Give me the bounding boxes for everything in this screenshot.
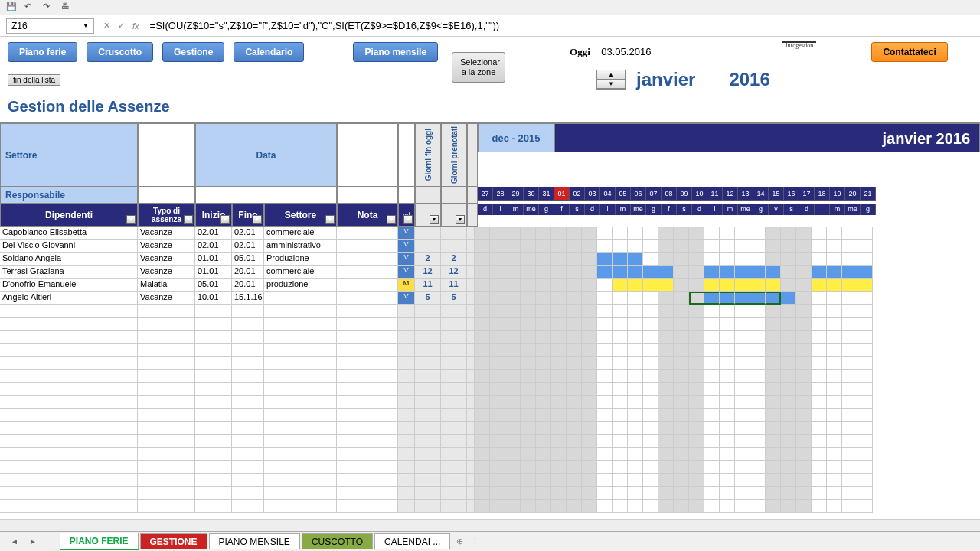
new-sheet-icon[interactable]: ⊕ bbox=[456, 536, 463, 546]
table-row[interactable] bbox=[0, 383, 980, 396]
table-row[interactable] bbox=[0, 409, 980, 422]
table-row[interactable]: Angelo AltieriVacanze10.0115.1.16V55 bbox=[0, 292, 980, 305]
month-label: janvier bbox=[636, 69, 695, 90]
cancel-icon[interactable]: ✕ bbox=[103, 21, 110, 31]
month-spinner[interactable]: ▲ ▼ bbox=[596, 70, 626, 90]
filter-icon[interactable]: ▼ bbox=[253, 215, 262, 224]
day-header: 06 bbox=[631, 187, 646, 201]
day-header: 07 bbox=[646, 187, 662, 201]
tab-piano-ferie[interactable]: PIANO FERIE bbox=[60, 533, 139, 550]
table-row[interactable]: Capobianco ElisabettaVacanze02.0102.01co… bbox=[0, 227, 980, 240]
dow-header: s bbox=[570, 204, 585, 215]
hdr-settore2[interactable]: Settore▼ bbox=[264, 204, 337, 227]
dow-header: f bbox=[662, 204, 677, 215]
table-row[interactable] bbox=[0, 487, 980, 500]
day-header: 14 bbox=[753, 187, 769, 201]
hdr-jan-2016: janvier 2016 bbox=[554, 123, 980, 152]
logo: infogestion bbox=[782, 41, 816, 63]
tab-cuscotto[interactable]: CUSCOTTO bbox=[302, 533, 373, 549]
dow-header: l bbox=[600, 204, 616, 215]
tab-gestione[interactable]: GESTIONE bbox=[140, 533, 207, 549]
table-row[interactable] bbox=[0, 435, 980, 448]
hdr-cd[interactable]: cd▼ bbox=[398, 204, 415, 227]
cruscotto-button[interactable]: Cruscotto bbox=[87, 42, 153, 62]
enter-icon[interactable]: ✓ bbox=[118, 21, 125, 31]
filter-icon[interactable]: ▼ bbox=[184, 215, 193, 224]
hdr-dipendenti[interactable]: Dipendenti▼ bbox=[0, 204, 138, 227]
table-row[interactable] bbox=[0, 344, 980, 357]
table-row[interactable] bbox=[0, 305, 980, 318]
day-header: 11 bbox=[707, 187, 723, 201]
hdr-fino[interactable]: Fino▼ bbox=[232, 204, 264, 227]
cell-reference: Z16 bbox=[11, 21, 28, 31]
spinner-up-icon[interactable]: ▲ bbox=[597, 70, 625, 80]
day-header: 02 bbox=[570, 187, 585, 201]
table-row[interactable] bbox=[0, 331, 980, 344]
dow-header: f bbox=[554, 204, 570, 215]
dow-header: s bbox=[677, 204, 692, 215]
table-row[interactable] bbox=[0, 461, 980, 474]
filter-icon[interactable]: ▼ bbox=[387, 215, 396, 224]
hdr-inizio[interactable]: Inizio▼ bbox=[195, 204, 232, 227]
tab-calendar[interactable]: CALENDAI ... bbox=[374, 533, 450, 549]
calendario-button[interactable]: Calendario bbox=[234, 42, 304, 62]
table-row[interactable] bbox=[0, 318, 980, 331]
tab-nav-prev-icon[interactable]: ► bbox=[24, 536, 41, 547]
fin-della-lista-button[interactable]: fin della lista bbox=[8, 74, 60, 86]
fx-icon[interactable]: fx bbox=[132, 21, 139, 31]
table-row[interactable]: Terrasi GrazianaVacanze01.0120.01commerc… bbox=[0, 266, 980, 279]
piano-ferie-button[interactable]: Piano ferie bbox=[8, 42, 77, 62]
selezionar-zona-button[interactable]: Selezionar a la zone bbox=[452, 52, 505, 83]
table-row[interactable] bbox=[0, 474, 980, 487]
dow-header: l bbox=[493, 204, 508, 215]
dow-header: g bbox=[861, 204, 876, 215]
dropdown-icon[interactable]: ▼ bbox=[83, 22, 89, 29]
gestione-button[interactable]: Gestione bbox=[162, 42, 224, 62]
table-row[interactable] bbox=[0, 396, 980, 409]
hdr-giorni-oggi: Giorni fin oggi bbox=[424, 129, 433, 181]
filter-icon[interactable]: ▼ bbox=[430, 215, 439, 224]
piano-mensile-button[interactable]: Piano mensile bbox=[353, 42, 438, 62]
day-header: 10 bbox=[692, 187, 707, 201]
table-row[interactable] bbox=[0, 370, 980, 383]
name-box[interactable]: Z16 ▼ bbox=[6, 18, 94, 34]
hdr-settore: Settore bbox=[0, 123, 138, 187]
absence-grid: Settore Data Giorni fin oggi Giorni pren… bbox=[0, 122, 980, 513]
hdr-tipo[interactable]: Typo di assenza▼ bbox=[138, 204, 195, 227]
page-title: Gestion delle Assenze bbox=[0, 95, 980, 122]
day-header: 19 bbox=[830, 187, 845, 201]
day-header: 30 bbox=[524, 187, 539, 201]
filter-icon[interactable]: ▼ bbox=[325, 215, 335, 224]
table-row[interactable] bbox=[0, 422, 980, 435]
redo-icon[interactable]: ↷ bbox=[43, 2, 55, 14]
day-header: 12 bbox=[723, 187, 738, 201]
undo-icon[interactable]: ↶ bbox=[24, 2, 37, 14]
tab-nav-first-icon[interactable]: ◄ bbox=[6, 536, 23, 547]
table-row[interactable] bbox=[0, 500, 980, 513]
dow-header: d bbox=[692, 204, 707, 215]
filter-icon[interactable]: ▼ bbox=[220, 215, 230, 224]
filter-icon[interactable]: ▼ bbox=[403, 215, 413, 224]
today-block: Oggi 03.05.2016 bbox=[570, 46, 651, 58]
sub-controls-row: fin della lista Selezionar a la zone ▲ ▼… bbox=[0, 67, 980, 95]
table-row[interactable] bbox=[0, 448, 980, 461]
table-row[interactable]: D'onofrio EmanueleMalatia05.0120.01produ… bbox=[0, 279, 980, 292]
formula-input[interactable] bbox=[149, 18, 974, 33]
hdr-nota[interactable]: Nota▼ bbox=[337, 204, 398, 227]
save-icon[interactable]: 💾 bbox=[6, 2, 18, 14]
day-header: 01 bbox=[554, 187, 570, 201]
spinner-down-icon[interactable]: ▼ bbox=[597, 80, 625, 89]
contattateci-button[interactable]: Contattateci bbox=[871, 42, 947, 62]
dow-header: m bbox=[616, 204, 631, 215]
horizontal-scrollbar[interactable] bbox=[0, 519, 980, 531]
day-header: 17 bbox=[799, 187, 815, 201]
tab-piano-mensile[interactable]: PIANO MENSILE bbox=[209, 533, 300, 549]
filter-icon[interactable]: ▼ bbox=[456, 215, 465, 224]
filter-icon[interactable]: ▼ bbox=[126, 215, 136, 224]
quick-access-toolbar: 💾 ↶ ↷ 🖶 bbox=[0, 0, 980, 15]
table-row[interactable]: Del Viscio GiovanniVacanze02.0102.01ammi… bbox=[0, 240, 980, 253]
dow-header: me bbox=[845, 204, 861, 215]
table-row[interactable]: Soldano AngelaVacanze01.0105.01Produzion… bbox=[0, 253, 980, 266]
table-row[interactable] bbox=[0, 357, 980, 370]
print-icon[interactable]: 🖶 bbox=[61, 2, 74, 14]
